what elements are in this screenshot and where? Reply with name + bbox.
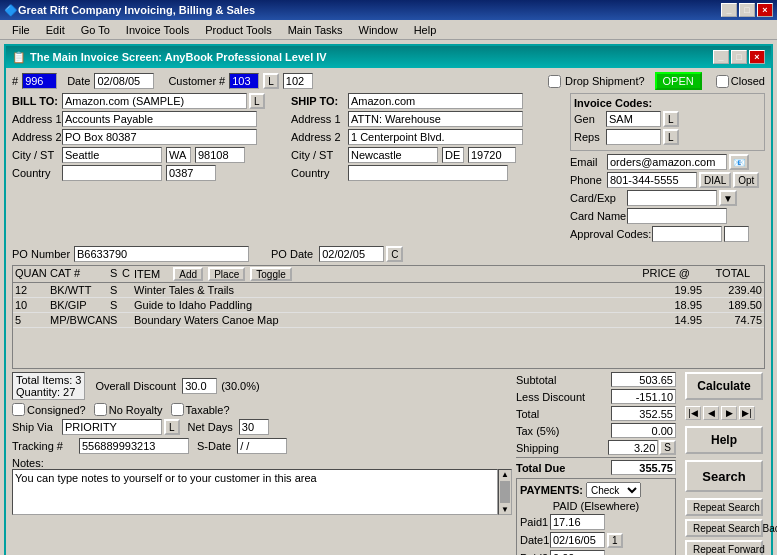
phone-field[interactable] (607, 172, 697, 188)
nav-prev-btn[interactable]: ◀ (703, 406, 719, 420)
bill-zip-field[interactable] (195, 147, 245, 163)
po-date-code-btn[interactable]: C (386, 246, 403, 262)
window-minimize[interactable]: _ (713, 50, 729, 64)
shipping-code-btn[interactable]: S (659, 440, 676, 455)
bill-to-name-field[interactable] (62, 93, 247, 109)
no-royalty-checkbox[interactable] (94, 403, 107, 416)
repeat-forward-button[interactable]: Repeat Forward (685, 540, 763, 555)
card-exp-field[interactable] (627, 190, 717, 206)
reps-code-btn[interactable]: L (663, 129, 679, 145)
place-button[interactable]: Place (208, 267, 245, 281)
menu-window[interactable]: Window (351, 22, 406, 38)
bill-country-code-field[interactable] (166, 165, 216, 181)
scroll-up-btn[interactable]: ▲ (501, 470, 509, 479)
total-value[interactable] (611, 406, 676, 421)
email-icon-btn[interactable]: 📧 (729, 154, 749, 170)
bill-city-field[interactable] (62, 147, 162, 163)
close-button[interactable]: × (757, 3, 773, 17)
payment-type-select[interactable]: Check Cash Card (586, 482, 641, 498)
notes-textarea[interactable] (12, 469, 498, 515)
bill-to-code-btn[interactable]: L (249, 93, 265, 109)
notes-scrollbar[interactable]: ▲ ▼ (498, 469, 512, 515)
ship-country-field[interactable] (348, 165, 508, 181)
nav-last-btn[interactable]: ▶| (739, 406, 755, 420)
ship-address1-field[interactable] (348, 111, 523, 127)
card-arrow-btn[interactable]: ▼ (719, 190, 737, 206)
table-row[interactable]: 5 MP/BWCAN S Boundary Waters Canoe Map 1… (13, 313, 764, 328)
consigned-checkbox[interactable] (12, 403, 25, 416)
dial-button[interactable]: DIAL (699, 172, 731, 188)
po-date-field[interactable] (319, 246, 384, 262)
ship-to-name-field[interactable] (348, 93, 523, 109)
approval-field[interactable] (652, 226, 722, 242)
table-row[interactable]: 12 BK/WTT S Winter Tales & Trails 19.95 … (13, 283, 764, 298)
nav-first-btn[interactable]: |◀ (685, 406, 701, 420)
customer-number-field[interactable] (229, 73, 259, 89)
gen-value-field[interactable] (606, 111, 661, 127)
nav-next-btn[interactable]: ▶ (721, 406, 737, 420)
menu-help[interactable]: Help (406, 22, 445, 38)
ship-address2-field[interactable] (348, 129, 523, 145)
tracking-field[interactable] (79, 438, 189, 454)
menu-invoice-tools[interactable]: Invoice Tools (118, 22, 197, 38)
ship-zip-field[interactable] (468, 147, 516, 163)
maximize-button[interactable]: □ (739, 3, 755, 17)
table-row[interactable]: 10 BK/GIP S Guide to Idaho Paddling 18.9… (13, 298, 764, 313)
help-button[interactable]: Help (685, 426, 763, 454)
minimize-button[interactable]: _ (721, 3, 737, 17)
taxable-checkbox[interactable] (171, 403, 184, 416)
ship-via-field[interactable] (62, 419, 162, 435)
ship-state-field[interactable] (442, 147, 464, 163)
email-field[interactable] (607, 154, 727, 170)
payment-header: PAYMENTS: Check Cash Card (520, 482, 672, 498)
less-discount-value[interactable] (611, 389, 676, 404)
left-bottom-section: Total Items: 3 Quantity: 27 Overall Disc… (12, 372, 512, 555)
customer-code-btn[interactable]: L (263, 73, 279, 89)
search-button[interactable]: Search (685, 460, 763, 492)
approval-field2[interactable] (724, 226, 749, 242)
menu-main-tasks[interactable]: Main Tasks (280, 22, 351, 38)
bill-state-field[interactable] (166, 147, 191, 163)
total-due-value[interactable] (611, 460, 676, 475)
s-date-field[interactable] (237, 438, 287, 454)
subtotal-value[interactable] (611, 372, 676, 387)
paid1-field[interactable] (550, 514, 605, 530)
closed-checkbox[interactable] (716, 75, 729, 88)
scroll-down-btn[interactable]: ▼ (501, 505, 509, 514)
opt-button[interactable]: Opt (733, 172, 759, 188)
ship-city-field[interactable] (348, 147, 438, 163)
date1-code-btn[interactable]: 1 (607, 533, 623, 548)
bill-address2-field[interactable] (62, 129, 257, 145)
card-name-field[interactable] (627, 208, 727, 224)
toggle-button[interactable]: Toggle (250, 267, 291, 281)
customer-code2-field[interactable] (283, 73, 313, 89)
repeat-search-button[interactable]: Repeat Search (685, 498, 763, 516)
menu-goto[interactable]: Go To (73, 22, 118, 38)
reps-value-field[interactable] (606, 129, 661, 145)
tax-value[interactable] (611, 423, 676, 438)
menu-file[interactable]: File (4, 22, 38, 38)
gen-code-btn[interactable]: L (663, 111, 679, 127)
discount-value-field[interactable] (182, 378, 217, 394)
invoice-number-field[interactable] (22, 73, 57, 89)
date1-field[interactable] (550, 532, 605, 548)
menu-edit[interactable]: Edit (38, 22, 73, 38)
po-number-field[interactable] (74, 246, 249, 262)
repeat-search-back-button[interactable]: Repeat Search Back (685, 519, 763, 537)
net-days-field[interactable] (239, 419, 269, 435)
bill-country-field[interactable] (62, 165, 162, 181)
window-maximize[interactable]: □ (731, 50, 747, 64)
open-button[interactable]: OPEN (655, 72, 702, 90)
ship-via-code-btn[interactable]: L (164, 419, 180, 435)
phone-row: Phone DIAL Opt (570, 172, 765, 188)
paid2-field[interactable] (550, 550, 605, 555)
invoice-date-field[interactable] (94, 73, 154, 89)
calculate-button[interactable]: Calculate (685, 372, 763, 400)
shipping-value[interactable] (608, 440, 658, 455)
drop-shipment-checkbox[interactable] (548, 75, 561, 88)
menu-product-tools[interactable]: Product Tools (197, 22, 279, 38)
bill-address1-field[interactable] (62, 111, 257, 127)
window-close[interactable]: × (749, 50, 765, 64)
row3-c (122, 314, 134, 326)
add-button[interactable]: Add (173, 267, 203, 281)
